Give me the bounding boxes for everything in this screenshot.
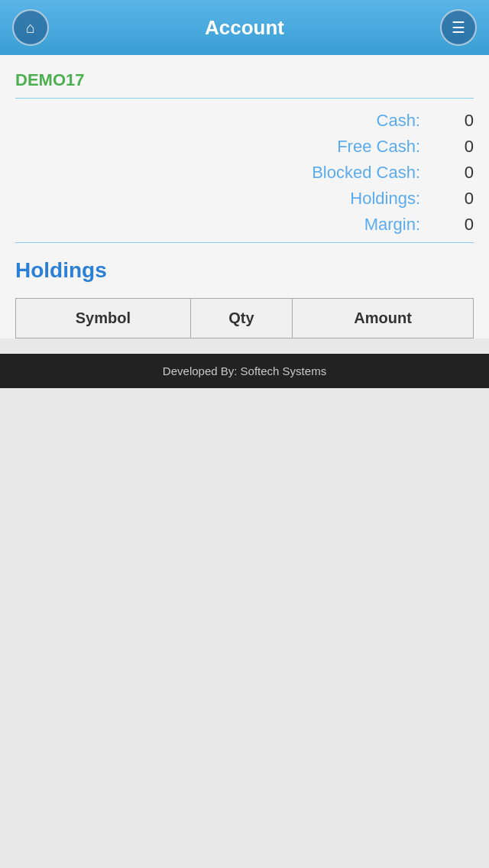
info-label: Holdings: [15,189,428,209]
holdings-section: Holdings SymbolQtyAmount [0,258,489,338]
info-value: 0 [428,137,474,157]
holdings-table: SymbolQtyAmount [15,298,474,338]
info-value: 0 [428,111,474,131]
holdings-table-header-row: SymbolQtyAmount [16,299,474,338]
info-label: Margin: [15,215,428,235]
holdings-table-header: SymbolQtyAmount [16,299,474,338]
home-icon: ⌂ [26,19,35,37]
info-value: 0 [428,163,474,183]
info-row: Cash:0 [15,111,474,131]
username-label: DEMO17 [15,70,474,90]
home-button[interactable]: ⌂ [12,9,49,46]
info-label: Blocked Cash: [15,163,428,183]
info-row: Margin:0 [15,215,474,235]
account-info: Cash:0Free Cash:0Blocked Cash:0Holdings:… [15,111,474,235]
info-label: Cash: [15,111,428,131]
holdings-title: Holdings [15,258,474,283]
info-value: 0 [428,189,474,209]
info-row: Blocked Cash:0 [15,163,474,183]
spacer [0,388,489,868]
bottom-divider [15,242,474,243]
info-label: Free Cash: [15,137,428,157]
page-title: Account [205,16,284,40]
header: ⌂ Account ☰ [0,0,489,55]
holdings-column-header: Qty [190,299,292,338]
info-row: Holdings:0 [15,189,474,209]
top-divider [15,98,474,99]
holdings-column-header: Symbol [16,299,191,338]
footer-text: Developed By: Softech Systems [163,364,326,377]
menu-button[interactable]: ☰ [440,9,477,46]
info-row: Free Cash:0 [15,137,474,157]
info-value: 0 [428,215,474,235]
menu-icon: ☰ [452,18,465,37]
footer: Developed By: Softech Systems [0,354,489,388]
account-content: DEMO17 Cash:0Free Cash:0Blocked Cash:0Ho… [0,55,489,258]
holdings-column-header: Amount [293,299,474,338]
